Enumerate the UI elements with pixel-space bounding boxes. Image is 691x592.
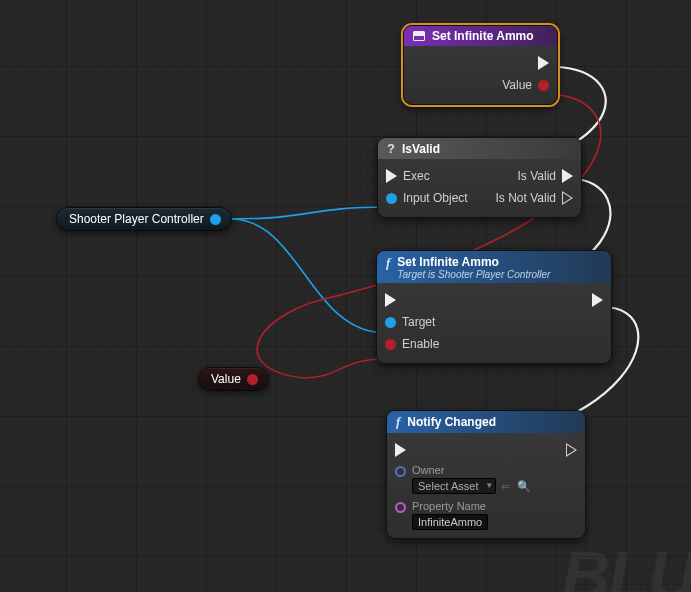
use-selected-button[interactable]: ⇐	[499, 480, 512, 493]
pin-label-propertyname: Property Name	[412, 500, 488, 512]
node-subtitle: Target is Shooter Player Controller	[397, 269, 550, 280]
pill-label: Shooter Player Controller	[69, 212, 204, 226]
pin-label-enable: Enable	[402, 337, 439, 351]
input-pin-enable[interactable]	[385, 339, 396, 350]
pin-label-isnotvalid: Is Not Valid	[496, 191, 556, 205]
output-pin-bool[interactable]	[247, 374, 258, 385]
node-title: IsValid	[402, 142, 440, 156]
exec-input-pin[interactable]	[395, 443, 406, 457]
input-pin-owner[interactable]	[395, 466, 406, 477]
node-notify-changed[interactable]: f Notify Changed Owner Select Asset ⇐ 🔍	[386, 410, 586, 539]
output-pin-value[interactable]	[538, 80, 549, 91]
node-isvalid[interactable]: ? IsValid Exec Is Valid Input Object Is …	[377, 137, 582, 218]
exec-input-pin[interactable]	[386, 169, 397, 183]
node-title: Notify Changed	[407, 415, 496, 429]
pin-label-exec: Exec	[403, 169, 430, 183]
node-header[interactable]: f Notify Changed	[387, 411, 585, 433]
asset-dropdown-owner[interactable]: Select Asset	[412, 478, 496, 494]
exec-input-pin[interactable]	[385, 293, 396, 307]
input-propertyname[interactable]: InfiniteAmmo	[412, 514, 488, 530]
variable-pill-shooter-player-controller[interactable]: Shooter Player Controller	[56, 207, 232, 231]
pin-label-value: Value	[502, 78, 532, 92]
node-header[interactable]: ? IsValid	[378, 138, 581, 159]
node-title: Set Infinite Ammo	[432, 29, 534, 43]
exec-output-pin[interactable]	[566, 443, 577, 457]
function-icon: f	[386, 255, 390, 271]
watermark-text: BLU	[561, 536, 691, 592]
variable-pill-value[interactable]: Value	[198, 367, 269, 391]
custom-event-icon	[413, 31, 425, 41]
exec-output-pin[interactable]	[592, 293, 603, 307]
input-pin-target[interactable]	[385, 317, 396, 328]
input-pin-propertyname[interactable]	[395, 502, 406, 513]
pin-label-owner: Owner	[412, 464, 533, 476]
browse-asset-button[interactable]: 🔍	[515, 480, 533, 493]
pin-label-isvalid: Is Valid	[518, 169, 556, 183]
node-header[interactable]: f Set Infinite Ammo Target is Shooter Pl…	[377, 251, 611, 283]
pill-label: Value	[211, 372, 241, 386]
exec-output-isvalid[interactable]	[562, 169, 573, 183]
node-title: Set Infinite Ammo	[397, 255, 499, 269]
exec-output-pin[interactable]	[538, 56, 549, 70]
output-pin-object[interactable]	[210, 214, 221, 225]
pin-label-inputobject: Input Object	[403, 191, 468, 205]
node-header[interactable]: Set Infinite Ammo	[404, 26, 557, 46]
exec-output-isnotvalid[interactable]	[562, 191, 573, 205]
node-set-infinite-ammo-function[interactable]: f Set Infinite Ammo Target is Shooter Pl…	[376, 250, 612, 364]
input-pin-inputobject[interactable]	[386, 193, 397, 204]
node-set-infinite-ammo-event[interactable]: Set Infinite Ammo Value	[403, 25, 558, 105]
pin-label-target: Target	[402, 315, 435, 329]
function-icon: f	[396, 414, 400, 430]
macro-icon: ?	[387, 141, 395, 156]
